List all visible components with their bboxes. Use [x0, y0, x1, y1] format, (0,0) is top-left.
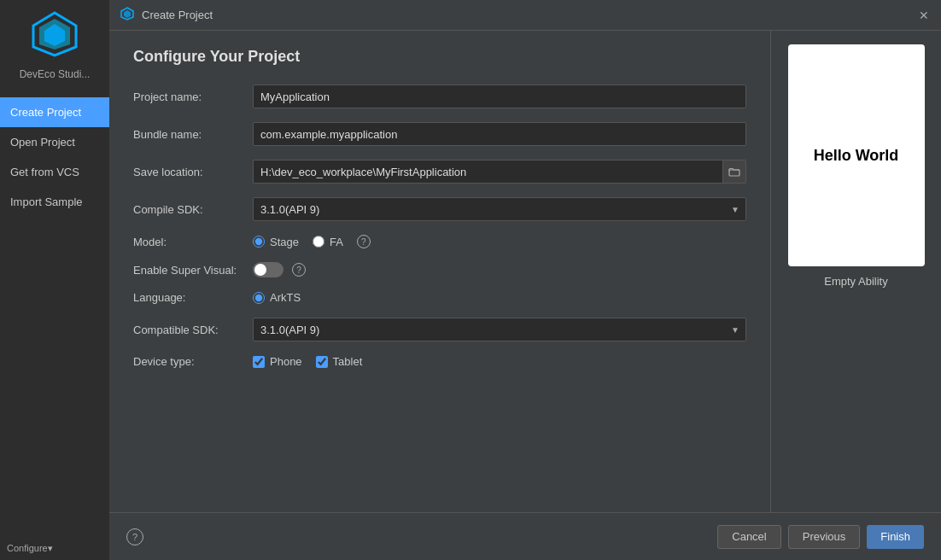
- model-fa-radio[interactable]: [313, 236, 324, 248]
- device-type-group: Phone Tablet: [253, 355, 362, 368]
- compatible-sdk-row: Compatible SDK: 3.1.0(API 9) 3.0.0(API 8…: [133, 318, 746, 341]
- close-button[interactable]: ✕: [917, 9, 931, 22]
- finish-button[interactable]: Finish: [867, 525, 924, 549]
- language-arkts-radio[interactable]: [253, 292, 265, 304]
- sidebar-item-open-project[interactable]: Open Project: [0, 127, 109, 157]
- model-radio-group: Stage FA ?: [253, 235, 371, 248]
- model-fa-option[interactable]: FA: [313, 236, 343, 248]
- compatible-sdk-select-wrapper: 3.1.0(API 9) 3.0.0(API 8) 2.2.0(API 7) ▼: [253, 318, 746, 341]
- bundle-name-input[interactable]: [253, 122, 746, 146]
- dialog-area: Create Project ✕ Configure Your Project …: [109, 0, 941, 560]
- app-logo: [29, 9, 80, 68]
- model-fa-label: FA: [330, 236, 343, 248]
- super-visual-help-icon[interactable]: ?: [292, 263, 306, 277]
- device-tablet-label: Tablet: [333, 355, 363, 368]
- project-name-label: Project name:: [133, 90, 253, 103]
- enable-super-visual-label: Enable Super Visual:: [133, 264, 253, 277]
- form-heading: Configure Your Project: [133, 48, 746, 66]
- preview-label: Empty Ability: [824, 275, 887, 288]
- compile-sdk-select[interactable]: 3.1.0(API 9) 3.0.0(API 8) 2.2.0(API 7): [253, 197, 746, 221]
- sidebar: DevEco Studi... Create Project Open Proj…: [0, 0, 109, 560]
- form-area: Configure Your Project Project name: Bun…: [109, 31, 770, 512]
- project-name-input[interactable]: [253, 85, 746, 108]
- language-arkts-option[interactable]: ArkTS: [253, 291, 301, 304]
- sidebar-menu: Create Project Open Project Get from VCS…: [0, 97, 109, 217]
- save-location-label: Save location:: [133, 166, 253, 178]
- language-row: Language: ArkTS: [133, 291, 746, 304]
- model-help-icon[interactable]: ?: [357, 235, 371, 248]
- sidebar-item-import-sample[interactable]: Import Sample: [0, 187, 109, 217]
- preview-pane: Hello World Empty Ability: [770, 31, 941, 512]
- toggle-knob: [254, 264, 266, 276]
- dialog-body: Configure Your Project Project name: Bun…: [109, 31, 941, 512]
- svg-rect-5: [729, 170, 739, 176]
- svg-marker-4: [124, 10, 131, 18]
- compile-sdk-row: Compile SDK: 3.1.0(API 9) 3.0.0(API 8) 2…: [133, 197, 746, 221]
- model-stage-label: Stage: [270, 236, 299, 248]
- bundle-name-row: Bundle name:: [133, 122, 746, 146]
- device-tablet-option[interactable]: Tablet: [316, 355, 363, 368]
- device-phone-label: Phone: [270, 355, 302, 368]
- dialog-title: Create Project: [142, 9, 917, 21]
- footer-help-icon[interactable]: ?: [126, 528, 143, 545]
- footer-buttons: Cancel Previous Finish: [717, 525, 924, 549]
- device-phone-checkbox[interactable]: [253, 356, 265, 368]
- save-location-row: Save location:: [133, 160, 746, 184]
- super-visual-toggle[interactable]: [253, 262, 283, 277]
- enable-super-visual-row: Enable Super Visual: ?: [133, 262, 746, 277]
- model-label: Model:: [133, 236, 253, 248]
- compile-sdk-select-wrapper: 3.1.0(API 9) 3.0.0(API 8) 2.2.0(API 7) ▼: [253, 197, 746, 221]
- project-name-row: Project name:: [133, 85, 746, 108]
- compile-sdk-label: Compile SDK:: [133, 203, 253, 216]
- language-label: Language:: [133, 291, 253, 304]
- dialog-footer: ? Cancel Previous Finish: [109, 512, 941, 560]
- dialog-icon: [120, 6, 135, 25]
- device-phone-option[interactable]: Phone: [253, 355, 302, 368]
- preview-hello-text: Hello World: [814, 147, 899, 165]
- device-tablet-checkbox[interactable]: [316, 356, 328, 368]
- compatible-sdk-select[interactable]: 3.1.0(API 9) 3.0.0(API 8) 2.2.0(API 7): [253, 318, 746, 341]
- language-radio-group: ArkTS: [253, 291, 301, 304]
- browse-button[interactable]: [722, 160, 746, 184]
- bundle-name-label: Bundle name:: [133, 128, 253, 141]
- device-type-label: Device type:: [133, 355, 253, 368]
- sidebar-item-create-project[interactable]: Create Project: [0, 97, 109, 127]
- preview-phone: Hello World: [788, 44, 925, 266]
- compatible-sdk-label: Compatible SDK:: [133, 324, 253, 336]
- dialog-titlebar: Create Project ✕: [109, 0, 941, 31]
- save-location-field: [253, 160, 746, 184]
- model-stage-radio[interactable]: [253, 236, 265, 248]
- language-arkts-label: ArkTS: [270, 291, 301, 304]
- app-name: DevEco Studi...: [20, 68, 91, 80]
- cancel-button[interactable]: Cancel: [717, 525, 780, 549]
- save-location-input[interactable]: [253, 160, 722, 184]
- configure-button[interactable]: Configure ▾: [0, 536, 109, 560]
- model-stage-option[interactable]: Stage: [253, 236, 299, 248]
- previous-button[interactable]: Previous: [788, 525, 861, 549]
- device-type-row: Device type: Phone Tablet: [133, 355, 746, 368]
- model-row: Model: Stage FA ?: [133, 235, 746, 248]
- sidebar-item-get-from-vcs[interactable]: Get from VCS: [0, 157, 109, 187]
